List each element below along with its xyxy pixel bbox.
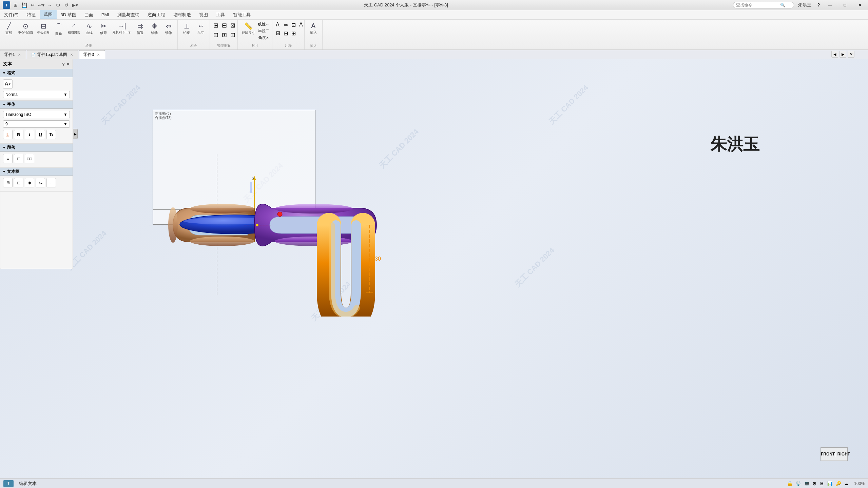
style-dropdown[interactable]: Normal ▼ (3, 91, 70, 98)
btn-bold[interactable]: B (14, 130, 23, 139)
ribbon-btn-fillet[interactable]: ⌒ 圆角 (52, 21, 65, 37)
tab-next-arrow[interactable]: ▶ (840, 51, 846, 58)
tab-part3[interactable]: 零件3 ✕ (79, 50, 105, 59)
ribbon-btn-dimension[interactable]: ↔ 尺寸 (194, 21, 208, 36)
btn-textbox-grid[interactable]: ⊞ (3, 178, 13, 187)
close-tab-part1[interactable]: ✕ (17, 53, 22, 57)
ribbon-btn-extend[interactable]: →| 延长到下一个 (111, 21, 133, 35)
minimize-btn[interactable]: ─ (823, 0, 837, 10)
btn-underline[interactable]: U (36, 130, 45, 139)
compass-right-label: RIGHT (837, 452, 850, 456)
style-icon-btn[interactable]: A ▼ (3, 79, 13, 89)
menu-surface[interactable]: 曲面 (80, 10, 97, 19)
section-paragraph[interactable]: ▼ 段落 (0, 144, 73, 152)
menu-tools[interactable]: 工具 (212, 10, 229, 19)
tab-part15[interactable]: 📄 零件15.par: 草图 ✕ (27, 50, 79, 59)
ribbon-btn-offset[interactable]: ⇉ 偏置 (133, 21, 147, 36)
format-label: 格式 (7, 70, 15, 76)
ribbon-btn-smart5[interactable]: ⊠ (229, 21, 237, 30)
font-size-dropdown[interactable]: 9 ▼ (3, 120, 70, 128)
search-input[interactable] (736, 3, 780, 7)
section-font[interactable]: ▼ 字体 (0, 101, 73, 109)
status-key-icon: 🔑 (835, 481, 841, 486)
tab-prev-arrow[interactable]: ◀ (831, 51, 838, 58)
ribbon-btn-smart-dim[interactable]: 📏 智能尺寸 (240, 21, 257, 36)
ribbon-btn-move[interactable]: ✥ 移动 (148, 21, 161, 36)
redo2-btn[interactable]: ↺ (62, 1, 71, 9)
app-icon: T (3, 1, 10, 9)
menu-sketch[interactable]: 草图 (40, 10, 57, 19)
ribbon-btn-smart6[interactable]: ⊡ (229, 30, 237, 39)
menu-pmi[interactable]: PMI (97, 10, 113, 19)
ribbon-btn-tangent-arc[interactable]: ◜ 相切圆弧 (66, 21, 82, 36)
menu-3d-sketch[interactable]: 3D 草图 (57, 10, 80, 19)
ribbon-btn-anno2[interactable]: ⊞ (274, 29, 282, 37)
close-tab-part15[interactable]: ✕ (69, 53, 74, 57)
menu-view[interactable]: 视图 (195, 10, 212, 19)
panel-close-btn[interactable]: ✕ (66, 62, 70, 67)
ribbon-btn-linear[interactable]: 线性↔ (257, 21, 270, 27)
menu-feature[interactable]: 特征 (23, 10, 40, 19)
undo-btn[interactable]: ↩ (28, 1, 37, 9)
ribbon-btn-curve[interactable]: ∿ 曲线 (82, 21, 96, 36)
ribbon-btn-radius[interactable]: 半径⌒ (257, 28, 270, 34)
ribbon-btn-mirror[interactable]: ⇔ 镜像 (162, 21, 175, 36)
panel-collapse-arrow[interactable]: ▶ (73, 129, 78, 139)
font-size-value: 9 (5, 122, 8, 126)
btn-italic[interactable]: I (25, 130, 34, 139)
ribbon-btn-anno1[interactable]: A (274, 21, 281, 28)
menu-file[interactable]: 文件(F) (0, 10, 23, 19)
btn-para-style1[interactable]: □ (14, 154, 23, 163)
ribbon-btn-center-rect[interactable]: ⊟ 中心矩形 (36, 21, 51, 36)
ribbon-btn-line[interactable]: ╱ 直线 (2, 21, 16, 36)
close-btn[interactable]: ✕ (853, 0, 867, 10)
btn-bullet-list[interactable]: ≡ (3, 154, 13, 163)
save-btn[interactable]: 💾 (20, 1, 28, 9)
style-dropdown-arrow: ▼ (8, 83, 11, 86)
menu-smart[interactable]: 智能工具 (229, 10, 255, 19)
ribbon-btn-trim[interactable]: ✂ 修剪 (97, 21, 110, 36)
btn-textbox-box[interactable]: □ (14, 178, 23, 187)
close-tab-part3[interactable]: ✕ (96, 53, 101, 57)
ribbon-btn-insert[interactable]: A 插入 (307, 21, 320, 36)
ribbon-btn-anno5[interactable]: ⊡ (290, 21, 297, 29)
tab-part1[interactable]: 零件1 ✕ (0, 50, 26, 59)
menu-reverse[interactable]: 逆向工程 (143, 10, 169, 19)
tab-close-all[interactable]: ✕ (848, 51, 854, 58)
btn-textbox-arrow[interactable]: → (46, 178, 56, 187)
insert-icon: A (311, 22, 315, 30)
ribbon-btn-smart4[interactable]: ⊞ (220, 30, 228, 39)
settings-btn[interactable]: ⚙ (54, 1, 62, 9)
ribbon-btn-circle-center[interactable]: ⊙ 中心和点圆 (16, 21, 35, 36)
help-icon[interactable]: ? (815, 2, 822, 7)
section-textbox[interactable]: ▼ 文本框 (0, 168, 73, 176)
ribbon-btn-smart3[interactable]: ⊟ (220, 21, 228, 30)
redo-dropdown[interactable]: ↩▾ (37, 1, 45, 9)
ribbon-btn-anno3[interactable]: ⇒ (282, 21, 289, 29)
forward-btn[interactable]: → (45, 1, 54, 9)
panel-help-btn[interactable]: ? (62, 62, 65, 67)
btn-textbox-add[interactable]: ↑₊ (36, 178, 45, 187)
menu-measure[interactable]: 测量与查询 (113, 10, 143, 19)
section-format[interactable]: ▼ 格式 (0, 69, 73, 77)
btn-subscript[interactable]: T₂ (46, 130, 56, 139)
menu-additive[interactable]: 增材制造 (169, 10, 195, 19)
btn-para-style2[interactable]: □□ (25, 154, 34, 163)
ribbon-btn-angle[interactable]: 角度∠ (257, 35, 270, 41)
ribbon-btn-smart2[interactable]: ⊡ (212, 30, 220, 39)
title-bar: T ⊞ 💾 ↩ ↩▾ → ⚙ ↺ ▶▾ 天工 CAD 2024 个人版 - 直接… (0, 0, 868, 10)
btn-text-color[interactable]: L (3, 130, 13, 139)
ribbon-btn-anno7[interactable]: A (298, 21, 304, 28)
ribbon-btn-anno6[interactable]: ⊞ (290, 29, 297, 37)
font-family-dropdown[interactable]: TianGong ISO ▼ (3, 111, 70, 118)
curve-icon: ∿ (86, 22, 92, 30)
status-icons: 🔒 📡 💻 ⚙ 🖥 📊 🔑 ☁ 100% (787, 481, 865, 486)
new-btn[interactable]: ⊞ (12, 1, 20, 9)
btn-textbox-anchor[interactable]: ◈ (25, 178, 34, 187)
status-monitor-icon: 🖥 (819, 481, 824, 486)
ribbon-btn-constraint[interactable]: ⊥ 约束 (180, 21, 193, 36)
maximize-btn[interactable]: □ (838, 0, 852, 10)
ribbon-btn-anno4[interactable]: ⊟ (282, 29, 289, 37)
ribbon-btn-smart1[interactable]: ⊞ (212, 21, 220, 30)
play-dropdown[interactable]: ▶▾ (71, 1, 79, 9)
